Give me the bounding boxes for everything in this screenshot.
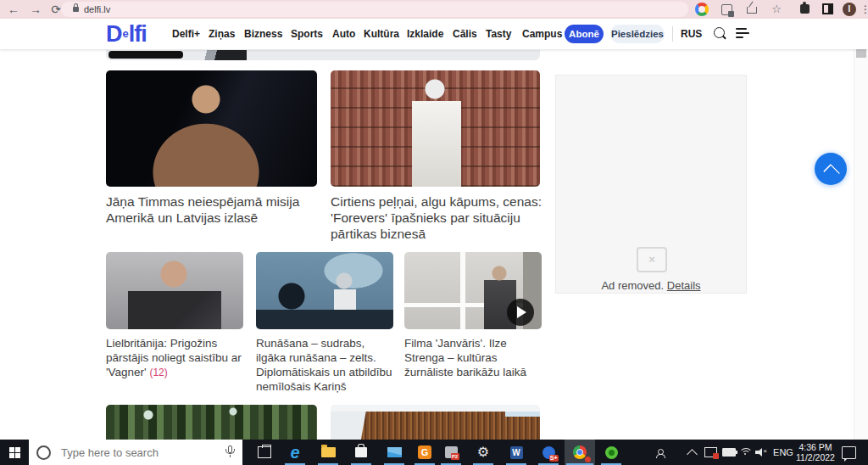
bookmark-star-icon[interactable]: ☆ [770,3,783,16]
url-text: delfi.lv [84,4,110,14]
play-button[interactable] [507,299,534,326]
extensions-icon[interactable] [800,4,810,14]
forward-icon[interactable]: → [27,0,44,19]
nav-divider [672,26,673,42]
translate-icon[interactable] [721,4,732,15]
people-icon[interactable] [651,440,668,465]
page-scrollbar[interactable] [854,19,868,440]
nav-item-delfi-plus[interactable]: Delfi+ [172,28,200,40]
language-indicator[interactable]: ENG [771,440,795,465]
edge-icon: e [290,444,299,461]
nav-item-bizness[interactable]: Bizness [244,28,282,40]
taskbar-edge[interactable]: e [280,440,310,465]
browser-toolbar: ← → ⟳ delfi.lv ☆ I ⋮ [0,0,868,19]
share-icon[interactable] [747,7,757,14]
ad-details-link[interactable]: Details [667,279,701,292]
google-icon[interactable] [695,3,709,16]
login-button[interactable]: Pieslēdzies [610,25,665,43]
task-view-icon [258,446,271,458]
article-image-timma[interactable] [106,70,317,187]
article-title[interactable]: Lielbritānija: Prigožins pārstājis nolie… [106,336,245,380]
clock-date: 11/2/2022 [796,452,835,462]
delfi-logo[interactable]: Delfi [106,21,147,48]
article-image-forest[interactable] [106,405,317,440]
nav-item-zinas[interactable]: Ziņas [209,28,235,40]
nav-item-auto[interactable]: Auto [332,28,355,40]
monitor-alert-icon[interactable] [702,440,719,465]
taskbar-splus-app[interactable]: S+ [533,440,564,465]
action-center-icon[interactable] [837,440,860,465]
mail-icon [387,447,402,457]
taskbar-search-input[interactable] [59,445,242,460]
start-button[interactable] [0,440,29,465]
taskbar-settings[interactable]: ⚙ [468,440,498,465]
nav-item-sports[interactable]: Sports [291,28,323,40]
splus-app-icon: S+ [542,446,555,459]
cortana-icon [36,445,51,460]
store-icon [355,447,367,457]
microphone-icon[interactable] [225,445,235,459]
hamburger-menu-icon[interactable] [736,28,749,39]
ad-removed-label: Ad removed. [601,279,664,292]
language-switch-rus[interactable]: RUS [681,28,702,40]
taskbar-mail[interactable] [379,440,409,465]
broken-image-icon: × [637,247,667,272]
taskbar-clock[interactable]: 4:36 PM 11/2/2022 [793,440,837,465]
subscribe-button[interactable]: Abonē [565,25,604,43]
side-panel-icon[interactable] [822,3,833,14]
article-title[interactable]: Jāņa Timmas neiespējamā misija Amerikā u… [106,193,320,226]
article-title-text: Lielbritānija: Prigožins pārstājis nolie… [106,337,242,378]
lock-icon [73,7,79,12]
comment-count[interactable]: (12) [149,367,167,378]
play-icon [517,306,526,318]
taskbar-green-app[interactable] [596,440,626,465]
article-image-karins[interactable] [256,252,393,329]
taskbar-file-explorer[interactable] [313,440,343,465]
ad-placeholder: × Ad removed. Details [555,75,747,294]
nav-item-tasty[interactable]: Tasty [486,28,511,40]
cutoff-image-fragment [108,51,183,59]
battery-icon[interactable] [721,440,737,465]
article-title[interactable]: Cirtiens peļņai, algu kāpums, cenas: 'Fo… [331,193,544,242]
green-app-icon [605,446,618,459]
tray-chevron-up-icon[interactable] [683,440,700,465]
taskbar-search[interactable] [29,440,242,465]
article-image-janvaris[interactable] [404,252,542,329]
orange-app-icon: G [418,445,431,459]
profile-avatar[interactable]: I [843,3,856,16]
screen: ← → ⟳ delfi.lv ☆ I ⋮ Delfi Delfi+ Ziņas … [0,0,868,465]
nav-item-calis[interactable]: Cālis [453,28,477,40]
chevron-up-icon [823,164,840,181]
taskbar-word[interactable]: W [501,440,531,465]
nav-item-kultura[interactable]: Kultūra [364,28,399,40]
scroll-to-top-button[interactable] [815,153,847,185]
windows-taskbar: e G P2 ⚙ W S+ × ENG 4:36 PM 11/2/2022 [0,440,868,465]
nav-item-izklaide[interactable]: Izklaide [407,28,443,40]
taskbar-p2-app[interactable]: P2 [436,440,466,465]
file-explorer-icon [321,447,336,457]
article-image-prigozhin[interactable] [106,252,243,329]
article-image-forevers[interactable] [331,70,540,187]
cutoff-image-fragment [191,50,247,60]
previous-article-image-cutoff[interactable] [106,50,540,60]
article-title[interactable]: Runāšana – sudrabs, ilgāka runāšana – ze… [256,336,395,394]
volume-muted-icon[interactable]: × [754,440,769,465]
article-image-building[interactable] [331,405,540,440]
address-bar[interactable]: delfi.lv [61,2,688,17]
clock-time: 4:36 PM [798,442,832,452]
search-icon[interactable] [714,27,725,38]
nav-item-campus[interactable]: Campus [522,28,562,40]
chrome-notification-badge [585,457,591,462]
taskbar-store[interactable] [346,440,376,465]
ad-removed-text: Ad removed. Details [556,279,746,292]
article-title[interactable]: Filma 'Janvāris'. Ilze Strenga – kultūra… [404,336,543,379]
taskbar-chrome[interactable] [565,440,595,465]
back-icon[interactable]: ← [5,0,22,19]
task-view-button[interactable] [249,440,280,465]
browser-menu-icon[interactable]: ⋮ [859,3,868,16]
p2-app-icon: P2 [445,446,458,458]
site-header: Delfi Delfi+ Ziņas Bizness Sports Auto K… [0,19,868,49]
windows-logo-icon [9,447,20,458]
gear-icon: ⚙ [477,445,489,459]
wifi-icon[interactable] [737,440,753,465]
